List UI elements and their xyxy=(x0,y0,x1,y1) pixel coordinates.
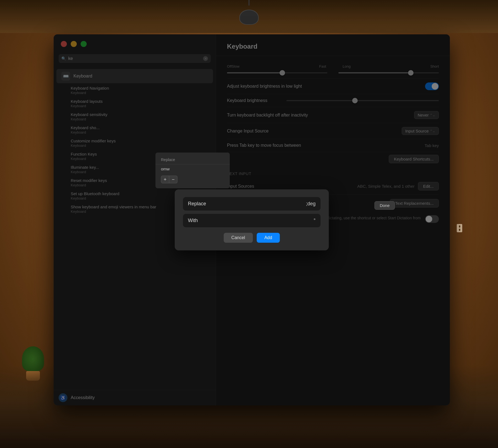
main-window: 🔍 ke ✕ ⌨️ Keyboard Keyboard Navigation K… xyxy=(54,34,450,405)
table-actions: + − xyxy=(155,173,230,186)
modal-with-field: With xyxy=(183,214,321,227)
lamp-body xyxy=(239,10,259,25)
modal-cancel-button[interactable]: Cancel xyxy=(224,233,253,243)
modal-overlay: Replace omw + − Done Replace With xyxy=(54,34,450,405)
outlet-slot-1 xyxy=(459,225,460,228)
plant-leaves xyxy=(22,346,44,371)
lamp xyxy=(238,0,260,22)
outlet xyxy=(457,224,462,232)
table-col-replace-header: Replace xyxy=(155,155,230,164)
modal-replace-label: Replace xyxy=(188,201,206,207)
modal-add-button[interactable]: Add xyxy=(257,233,280,243)
modal-with-label: With xyxy=(188,218,198,223)
plant xyxy=(22,346,44,379)
plant-pot xyxy=(26,371,40,381)
table-row-omw: omw xyxy=(155,164,230,173)
modal-buttons: Cancel Add xyxy=(183,233,321,243)
text-replace-add-button[interactable]: + xyxy=(161,176,169,183)
text-replace-table-partial: Replace omw + − xyxy=(155,153,230,188)
done-button-area: Done xyxy=(374,201,395,210)
modal-with-input[interactable] xyxy=(252,218,316,223)
outlet-slot-2 xyxy=(459,229,460,231)
text-replace-remove-button[interactable]: − xyxy=(169,176,177,183)
done-button[interactable]: Done xyxy=(374,201,395,210)
modal-replace-input[interactable] xyxy=(252,201,316,207)
lamp-cord xyxy=(248,0,250,5)
modal-replace-field: Replace xyxy=(183,197,321,211)
add-text-replacement-modal: Replace With Cancel Add xyxy=(175,189,329,250)
